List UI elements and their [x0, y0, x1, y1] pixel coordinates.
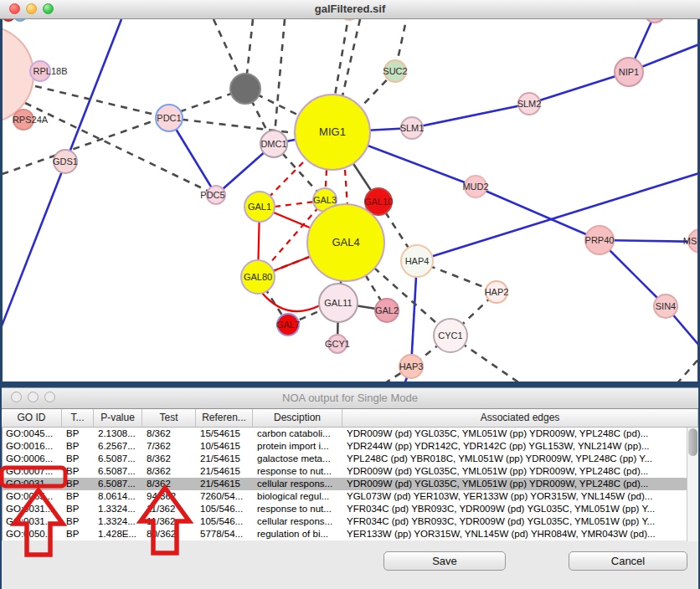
cell-edges: YFR034C (pd) YBR093C, YDR009W (pd) YGL03…	[343, 503, 687, 515]
edge	[3, 89, 245, 175]
node-GAL4[interactable]	[307, 204, 384, 281]
network-window-title: galFiltered.sif	[0, 3, 700, 15]
table-body: GO:0045...BP2.1308...8/36215/54615carbon…	[2, 428, 698, 540]
table-row[interactable]: GO:0006...BP6.5087...8/36221/54615galact…	[3, 453, 698, 465]
cell-reference: 5778/54...	[197, 528, 254, 540]
save-button[interactable]: Save	[383, 551, 506, 571]
edge	[275, 202, 315, 207]
column-header-type[interactable]: T...	[62, 409, 94, 427]
node-HAP3[interactable]	[399, 355, 423, 378]
cell-test: 11/362	[143, 503, 197, 515]
scrollbar-thumb[interactable]	[688, 428, 697, 456]
node-PRP40[interactable]	[585, 226, 614, 254]
node-unlabeled[interactable]	[645, 19, 665, 23]
cell-type: BP	[63, 478, 95, 490]
node-unlabeled[interactable]	[3, 26, 33, 123]
cell-test: 8/362	[143, 428, 197, 440]
cell-description: carbon cataboli...	[254, 428, 343, 440]
column-header-description[interactable]: Desciption	[253, 409, 342, 427]
node-MUD2[interactable]	[465, 176, 486, 197]
cell-go_id: GO:0031...	[3, 503, 63, 515]
node-GDS1[interactable]	[54, 150, 77, 173]
node-RPL18B[interactable]	[30, 61, 50, 81]
column-header-go_id[interactable]: GO ID	[2, 409, 62, 427]
cancel-button[interactable]: Cancel	[569, 551, 687, 571]
cell-reference: 10/54615	[197, 440, 254, 453]
node-CYC1[interactable]	[434, 319, 467, 352]
node-GAL7[interactable]	[277, 314, 299, 335]
network-window-titlebar[interactable]: galFiltered.sif	[0, 0, 700, 19]
cell-reference: 21/54615	[197, 478, 254, 490]
cell-edges: YDR244W (pp) YDR142C, YDR142C (pp) YGL15…	[343, 440, 687, 453]
cell-description: protein import i...	[254, 440, 343, 453]
cell-description: galactose meta...	[254, 453, 343, 465]
edge	[412, 104, 529, 128]
cell-p_value: 6.5087...	[95, 478, 143, 490]
table-row[interactable]: GO:0016...BP6.2567...7/36210/54615protei…	[3, 440, 698, 453]
cell-test: 8/362	[143, 478, 197, 490]
node-DMC1[interactable]	[260, 131, 287, 157]
cell-go_id: GO:0006...	[3, 453, 63, 465]
node-NIP1[interactable]	[615, 58, 643, 86]
node-HAP2[interactable]	[486, 281, 507, 303]
cell-test: 8/362	[143, 465, 197, 478]
table-row[interactable]: GO:0007...BP6.5087...8/36221/54615respon…	[3, 465, 698, 478]
cell-go_id: GO:0031...	[3, 515, 63, 528]
vertical-scrollbar[interactable]	[687, 428, 698, 541]
node-HAP4[interactable]	[401, 245, 433, 277]
node-GAL2[interactable]	[375, 299, 399, 322]
node-GAL80[interactable]	[241, 260, 275, 294]
column-header-edges[interactable]: Associated edges	[342, 409, 698, 427]
table-row[interactable]: GO:0050...BP1.428E...80/3625778/54...reg…	[3, 528, 698, 540]
cell-p_value: 2.1308...	[95, 428, 143, 440]
cell-p_value: 6.5087...	[95, 453, 143, 465]
node-SLM1[interactable]	[401, 117, 423, 139]
cell-test: 80/362	[143, 528, 197, 540]
table-header-row[interactable]: GO IDT...P-valueTestReferen...Desciption…	[2, 409, 698, 428]
app-root: { "graph_window": { "title": "galFiltere…	[0, 0, 700, 589]
cell-test: 94/362	[143, 490, 197, 503]
cell-p_value: 6.5087...	[95, 465, 143, 478]
column-header-reference[interactable]: Referen...	[196, 409, 253, 427]
network-canvas[interactable]: RPL18BRPS24AGDS1PDC1PDC5MIG1SUC2SLM1SLM2…	[3, 19, 697, 382]
node-unlabeled[interactable]	[230, 74, 260, 104]
node-GAL1[interactable]	[244, 192, 275, 222]
edge	[529, 72, 629, 104]
cell-description: regulation of bi...	[254, 528, 343, 540]
table-row[interactable]: GO:0031...BP1.3324...11/362105/546...res…	[3, 503, 698, 515]
cell-type: BP	[63, 503, 95, 515]
node-PDC5[interactable]	[207, 186, 225, 204]
cell-type: BP	[63, 453, 95, 465]
node-GCY1[interactable]	[328, 335, 347, 353]
node-RPS24A[interactable]	[13, 110, 33, 130]
node-SLM2[interactable]	[518, 93, 540, 115]
edge	[345, 170, 347, 207]
cell-type: BP	[63, 528, 95, 540]
noa-window-titlebar[interactable]: NOA output for Single Mode	[2, 388, 698, 409]
node-SUC2[interactable]	[384, 60, 406, 82]
cell-edges: YER133W (pp) YOR315W, YNL145W (pd) YHR08…	[343, 528, 687, 540]
table-row[interactable]: GO:0031...BP1.3324...11/362105/546...cel…	[3, 515, 698, 528]
node-GAL11[interactable]	[319, 284, 358, 322]
network-graph: RPL18BRPS24AGDS1PDC1PDC5MIG1SUC2SLM1SLM2…	[3, 19, 697, 382]
table-row[interactable]: GO:0065...BP8.0614...94/3627260/54...bio…	[3, 490, 698, 503]
node-MSN[interactable]	[688, 229, 697, 253]
node-unlabeled[interactable]	[341, 19, 358, 20]
cell-p_value: 8.0614...	[95, 490, 143, 503]
cell-type: BP	[63, 515, 95, 528]
column-header-test[interactable]: Test	[142, 409, 196, 427]
cell-reference: 7260/54...	[197, 490, 254, 503]
noa-output-window: NOA output for Single Mode GO IDT...P-va…	[2, 387, 698, 589]
node-unlabeled[interactable]	[14, 19, 26, 21]
table-row[interactable]: GO:0031...BP6.5087...8/36221/54615cellul…	[3, 478, 698, 490]
cell-description: biological regul...	[254, 490, 343, 503]
cell-test: 8/362	[143, 453, 197, 465]
node-unlabeled[interactable]	[3, 19, 15, 21]
node-MIG1[interactable]	[295, 95, 370, 170]
node-SIN4[interactable]	[654, 294, 677, 318]
cell-reference: 15/54615	[197, 428, 254, 440]
edge	[417, 172, 697, 261]
node-PDC1[interactable]	[156, 105, 183, 131]
table-row[interactable]: GO:0045...BP2.1308...8/36215/54615carbon…	[3, 428, 698, 440]
column-header-p_value[interactable]: P-value	[94, 409, 142, 427]
